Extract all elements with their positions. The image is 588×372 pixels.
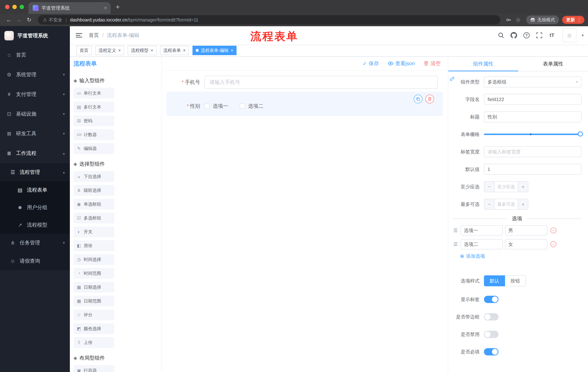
search-icon[interactable]	[497, 32, 505, 39]
save-button[interactable]: ✓ 保存	[363, 60, 379, 67]
tag-home[interactable]: 首页	[76, 46, 92, 55]
browser-tab[interactable]: 芋道管理系统 ×	[28, 2, 111, 14]
component-chip-switch[interactable]: ◐开关	[74, 226, 114, 237]
sidebar-item-process-management[interactable]: ☰ 流程管理 ▴	[0, 163, 70, 181]
tag-process-definition[interactable]: 流程定义 ×	[95, 46, 124, 55]
tab-form-props[interactable]: 表单属性	[518, 57, 588, 71]
avatar[interactable]: ▨	[563, 28, 576, 42]
tag-process-model[interactable]: 流程模型 ×	[128, 46, 157, 55]
phone-input[interactable]	[204, 76, 438, 89]
max-select-value[interactable]: 最多可选	[494, 199, 518, 209]
sidebar-item-infrastructure[interactable]: ⊡ 基础设施 ▾	[0, 104, 70, 124]
close-icon[interactable]: ×	[118, 48, 121, 53]
forward-icon[interactable]: →	[14, 17, 24, 22]
font-size-icon[interactable]: tT	[548, 32, 556, 39]
tab-component-props[interactable]: 组件属性	[448, 57, 518, 71]
decrease-button[interactable]: −	[484, 182, 494, 192]
component-chip-slider[interactable]: ◧滑块	[74, 240, 114, 251]
disabled-toggle[interactable]	[484, 331, 498, 338]
sidebar-item-user-groups[interactable]: ☻ 用户分组	[0, 199, 70, 216]
menu-kebab-icon[interactable]: ⋮	[577, 17, 581, 23]
component-chip-password[interactable]: ⊟密码	[74, 115, 114, 126]
component-chip-checkbox-group[interactable]: ☑多选框组	[74, 213, 114, 223]
address-bar[interactable]: ⚠ 不安全 | dashboard.yudao.iocoder.cn/bpm/m…	[38, 15, 500, 25]
avatar-caret-icon[interactable]: ▾	[582, 33, 584, 37]
close-icon[interactable]: ×	[151, 48, 153, 53]
component-chip-row-container[interactable]: ▣行容器	[74, 365, 114, 372]
component-chip-select[interactable]: ◒下拉选择	[74, 171, 114, 182]
checkbox-option-2[interactable]: 选项二	[240, 103, 263, 110]
back-icon[interactable]: ←	[4, 17, 14, 22]
github-icon[interactable]	[510, 32, 517, 39]
window-zoom-button[interactable]	[20, 5, 24, 9]
window-close-button[interactable]	[5, 5, 10, 9]
sidebar-item-process-model[interactable]: ↗ 流程模型	[0, 216, 70, 234]
drag-handle-icon[interactable]: ☰	[453, 228, 459, 233]
component-chip-editor[interactable]: ✎编辑器	[74, 143, 114, 154]
decrease-button[interactable]: −	[484, 199, 494, 209]
copy-component-button[interactable]	[414, 95, 422, 103]
option-1-label-input[interactable]	[461, 225, 503, 235]
required-toggle[interactable]	[484, 348, 498, 355]
checkbox-box[interactable]	[240, 104, 245, 109]
add-option-button[interactable]: ⊕ 添加选项	[460, 253, 581, 259]
window-minimize-button[interactable]	[12, 5, 17, 9]
component-chip-multi-line-text[interactable]: ▤多行文本	[74, 102, 114, 112]
hamburger-icon[interactable]	[76, 33, 82, 37]
bookmark-star-icon[interactable]: ☆	[514, 16, 523, 23]
help-icon[interactable]: ?	[523, 32, 530, 39]
component-chip-color-picker[interactable]: ◩颜色选择	[74, 323, 114, 334]
sidebar-item-task-management[interactable]: ⋔ 任务管理 ▾	[0, 234, 70, 252]
component-chip-date-picker[interactable]: ▦日期选择	[74, 282, 114, 293]
view-json-button[interactable]: 查看json	[388, 60, 415, 67]
default-value-input[interactable]	[484, 164, 581, 175]
clear-button[interactable]: 清空	[423, 60, 441, 67]
increase-button[interactable]: +	[518, 199, 528, 209]
min-select-value[interactable]: 至少应选	[494, 182, 518, 192]
sidebar-item-dev-tools[interactable]: ⊠ 研发工具 ▾	[0, 124, 70, 143]
phone-field-row[interactable]: *手机号	[166, 76, 443, 89]
sidebar-item-workflow[interactable]: ≣ 工作流程 ▴	[0, 143, 70, 163]
sidebar-item-home[interactable]: ⌂ 首页	[0, 45, 70, 65]
tab-close-icon[interactable]: ×	[104, 5, 107, 11]
close-icon[interactable]: ×	[231, 48, 233, 53]
increase-button[interactable]: +	[518, 182, 528, 192]
security-label[interactable]: 不安全	[49, 17, 63, 23]
checkbox-option-1[interactable]: 选项一	[204, 103, 228, 110]
checkbox-box[interactable]	[204, 104, 210, 109]
reload-icon[interactable]: ↻	[24, 17, 34, 22]
remove-option-icon[interactable]: −	[551, 227, 556, 233]
component-type-select[interactable]: 多选框组 ▾	[484, 76, 581, 87]
component-chip-cascader[interactable]: ⋔级联选择	[74, 185, 114, 196]
component-chip-counter[interactable]: 123计数器	[74, 129, 114, 140]
component-chip-single-line-text[interactable]: ▭单行文本	[74, 88, 114, 99]
tag-process-form-edit[interactable]: 流程表单-编辑 ×	[192, 46, 237, 55]
show-label-toggle[interactable]	[484, 296, 498, 303]
sidebar-item-payment[interactable]: ¥ 支付管理 ▾	[0, 85, 70, 104]
option-1-value-input[interactable]	[505, 225, 547, 235]
style-default-button[interactable]: 默认	[484, 275, 505, 286]
component-chip-time-picker[interactable]: ◷时间选择	[74, 254, 114, 265]
tag-process-form[interactable]: 流程表单 ×	[160, 46, 189, 55]
close-icon[interactable]: ×	[183, 48, 186, 53]
grid-slider[interactable]	[484, 129, 581, 140]
border-toggle[interactable]	[484, 313, 498, 320]
remove-option-icon[interactable]: −	[551, 241, 556, 247]
label-width-input[interactable]	[484, 146, 581, 157]
option-2-label-input[interactable]	[461, 239, 503, 249]
sidebar-item-system[interactable]: ⚙ 系统管理 ▾	[0, 65, 70, 85]
breadcrumb-home-link[interactable]: 首页	[89, 32, 99, 39]
update-button[interactable]: 更新 ⋮	[562, 16, 584, 24]
new-tab-button[interactable]: +	[116, 3, 120, 10]
password-key-icon[interactable]	[504, 17, 514, 23]
style-button-button[interactable]: 按钮	[505, 275, 526, 286]
fullscreen-icon[interactable]	[536, 32, 543, 39]
component-chip-upload[interactable]: ⇧上传	[74, 337, 114, 348]
link-icon[interactable]	[449, 76, 455, 83]
sidebar-item-leave-query[interactable]: ☺ 请假查询	[0, 252, 70, 270]
drag-handle-icon[interactable]: ☰	[453, 242, 459, 247]
field-name-input[interactable]	[484, 94, 581, 105]
sidebar-item-process-form[interactable]: ▤ 流程表单	[0, 181, 70, 199]
slider-handle[interactable]	[578, 131, 583, 137]
slider-track[interactable]	[484, 134, 581, 135]
